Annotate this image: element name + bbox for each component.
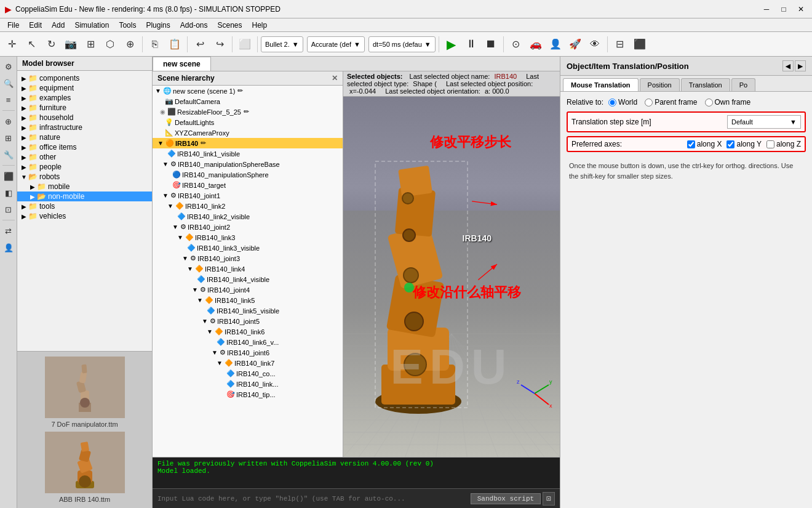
- maximize-button[interactable]: □: [778, 3, 790, 15]
- tree-office[interactable]: ▶ 📁 office items: [17, 142, 152, 152]
- close-button[interactable]: ✕: [795, 3, 807, 15]
- tree-robots[interactable]: ▼ 📂 robots: [17, 172, 152, 182]
- tree-examples[interactable]: ▶ 📁 examples: [17, 93, 152, 103]
- sh-joint1[interactable]: ▼ ⚙ IRB140_joint1: [153, 190, 343, 201]
- tree-people[interactable]: ▶ 📁 people: [17, 162, 152, 172]
- sh-joint2[interactable]: ▼ ⚙ IRB140_joint2: [153, 222, 343, 232]
- lb-grid-btn[interactable]: ⊞: [1, 131, 16, 145]
- tree-other[interactable]: ▶ 📁 other: [17, 152, 152, 162]
- toolbar-export-btn[interactable]: ⬛: [631, 35, 649, 54]
- rp-tab-translation[interactable]: Translation: [681, 78, 730, 91]
- sh-tip[interactable]: 🎯 IRB140_tip...: [153, 389, 343, 400]
- toolbar-copy-btn[interactable]: ⎘: [146, 35, 164, 54]
- lb-search-btn[interactable]: 🔍: [1, 76, 16, 91]
- sh-resizable-floor[interactable]: ◉ ⬛ ResizableFloor_5_25 ✏: [153, 107, 343, 117]
- axis-x-check[interactable]: along X: [687, 140, 722, 148]
- sh-default-lights[interactable]: 💡 DefaultLights: [153, 117, 343, 127]
- lb-zoom-btn[interactable]: ⊕: [1, 114, 16, 129]
- lb-obj-btn[interactable]: 🔧: [1, 147, 16, 162]
- sh-link4[interactable]: ▼ 🔶 IRB140_link4: [153, 264, 343, 274]
- rp-next-btn[interactable]: ▶: [795, 60, 806, 71]
- toolbar-eye-btn[interactable]: 👁: [586, 35, 604, 54]
- sh-manip-sphere[interactable]: 🔵 IRB140_manipulationSphere: [153, 169, 343, 180]
- toolbar-orbit-btn[interactable]: ⊙: [507, 35, 525, 54]
- sh-link1[interactable]: 🔷 IRB140_link1_visible: [153, 148, 343, 159]
- sh-new-scene[interactable]: ▼ 🌐 new scene (scene 1) ✏: [153, 86, 343, 96]
- toolbar-shape-btn[interactable]: ⬡: [101, 35, 119, 54]
- toolbar-paste-btn[interactable]: 📋: [165, 35, 184, 54]
- sh-irb140[interactable]: ▼ 🟠 IRB140 ✏: [153, 138, 343, 148]
- tree-furniture[interactable]: ▶ 📁 furniture: [17, 103, 152, 113]
- sh-joint6[interactable]: ▼ ⚙ IRB140_joint6: [153, 347, 343, 358]
- tree-non-mobile[interactable]: ▶ 📂 non-mobile: [17, 192, 152, 201]
- menu-simulation[interactable]: Simulation: [70, 20, 114, 31]
- sh-link3[interactable]: ▼ 🔶 IRB140_link3: [153, 232, 343, 243]
- menu-file[interactable]: File: [2, 20, 24, 31]
- tree-equipment[interactable]: ▶ 📁 equipment: [17, 83, 152, 93]
- sh-default-camera[interactable]: 📷 DefaultCamera: [153, 96, 343, 107]
- tree-nature[interactable]: ▶ 📁 nature: [17, 132, 152, 142]
- sh-co[interactable]: 🔷 IRB140_co...: [153, 368, 343, 379]
- tree-tools[interactable]: ▶ 📁 tools: [17, 201, 152, 211]
- sh-joint3[interactable]: ▼ ⚙ IRB140_joint3: [153, 253, 343, 264]
- lb-person2-btn[interactable]: 👤: [1, 240, 16, 255]
- radio-world[interactable]: World: [608, 98, 637, 107]
- radio-parent[interactable]: Parent frame: [645, 98, 697, 107]
- lb-layers-btn[interactable]: ◧: [1, 185, 16, 200]
- script-expand-btn[interactable]: ⊡: [543, 492, 555, 506]
- sh-link3-visible[interactable]: 🔷 IRB140_link3_visible: [153, 243, 343, 253]
- lb-filter-btn[interactable]: ≡: [1, 92, 16, 107]
- toolbar-blank1-btn[interactable]: ⬜: [236, 35, 254, 54]
- menu-tools[interactable]: Tools: [114, 20, 141, 31]
- pause-button[interactable]: ⏸: [462, 35, 480, 54]
- menu-help[interactable]: Help: [247, 20, 273, 31]
- toolbar-camera-btn[interactable]: 📷: [62, 35, 80, 54]
- toolbar-undo-btn[interactable]: ↩: [191, 35, 209, 54]
- menu-plugins[interactable]: Plugins: [141, 20, 175, 31]
- timestep-dropdown[interactable]: dt=50 ms (defau ▼: [368, 36, 436, 52]
- script-input[interactable]: [157, 495, 467, 502]
- accuracy-dropdown[interactable]: Accurate (def ▼: [307, 36, 365, 52]
- lb-stack-btn[interactable]: ⬛: [1, 169, 16, 183]
- tree-household[interactable]: ▶ 📁 household: [17, 113, 152, 123]
- menu-addons[interactable]: Add-ons: [175, 20, 213, 31]
- toolbar-fit-btn[interactable]: ⊞: [81, 35, 100, 54]
- sh-joint4[interactable]: ▼ ⚙ IRB140_joint4: [153, 284, 343, 295]
- tree-mobile[interactable]: ▶ 📁 mobile: [17, 182, 152, 192]
- sh-manip-base[interactable]: ▼ ⚙ IRB140_manipulationSphereBase: [153, 159, 343, 169]
- sh-joint5[interactable]: ▼ ⚙ IRB140_joint5: [153, 316, 343, 326]
- menu-edit[interactable]: Edit: [24, 20, 47, 31]
- toolbar-rocket-btn[interactable]: 🚀: [566, 35, 584, 54]
- play-button[interactable]: ▶: [442, 35, 461, 54]
- axis-y-check[interactable]: along Y: [726, 140, 761, 148]
- physics-engine-dropdown[interactable]: Bullet 2. ▼: [261, 36, 303, 52]
- sh-link5-visible[interactable]: 🔷 IRB140_link5_visible: [153, 305, 343, 316]
- toolbar-move-btn[interactable]: ✛: [2, 35, 21, 54]
- sh-xyz-camera[interactable]: 📐 XYZCameraProxy: [153, 127, 343, 138]
- lb-ik-btn[interactable]: ⇄: [1, 224, 16, 238]
- stop-button[interactable]: ⏹: [482, 35, 500, 54]
- sh-link4-visible[interactable]: 🔷 IRB140_link4_visible: [153, 274, 343, 284]
- sh-link2[interactable]: ▼ 🔶 IRB140_link2: [153, 201, 343, 211]
- tree-components[interactable]: ▶ 📁 components: [17, 73, 152, 83]
- rp-tab-po[interactable]: Po: [731, 78, 755, 91]
- sh-link-end[interactable]: 🔷 IRB140_link...: [153, 379, 343, 389]
- menu-scenes[interactable]: Scenes: [213, 20, 247, 31]
- toolbar-select2-btn[interactable]: ⊕: [121, 35, 139, 54]
- sh-target[interactable]: 🎯 IRB140_target: [153, 180, 343, 190]
- viewport[interactable]: Selected objects: Last selected object n…: [343, 71, 560, 457]
- sh-link7[interactable]: ▼ 🔶 IRB140_link7: [153, 358, 343, 368]
- tree-vehicles[interactable]: ▶ 📁 vehicles: [17, 211, 152, 221]
- radio-own[interactable]: Own frame: [705, 98, 751, 107]
- sh-link6[interactable]: ▼ 🔶 IRB140_link6: [153, 326, 343, 337]
- minimize-button[interactable]: ─: [760, 3, 773, 15]
- toolbar-car-btn[interactable]: 🚗: [527, 35, 545, 54]
- menu-add[interactable]: Add: [47, 20, 70, 31]
- toolbar-redo-btn[interactable]: ↪: [210, 35, 229, 54]
- toolbar-rotate-btn[interactable]: ↻: [42, 35, 60, 54]
- step-size-dropdown[interactable]: Default ▼: [727, 115, 801, 129]
- tree-infrastructure[interactable]: ▶ 📁 infrastructure: [17, 123, 152, 132]
- scene-hierarchy-close[interactable]: ✕: [332, 74, 338, 83]
- toolbar-layers-btn[interactable]: ⊟: [611, 35, 629, 54]
- sh-link2-visible[interactable]: 🔷 IRB140_link2_visible: [153, 211, 343, 222]
